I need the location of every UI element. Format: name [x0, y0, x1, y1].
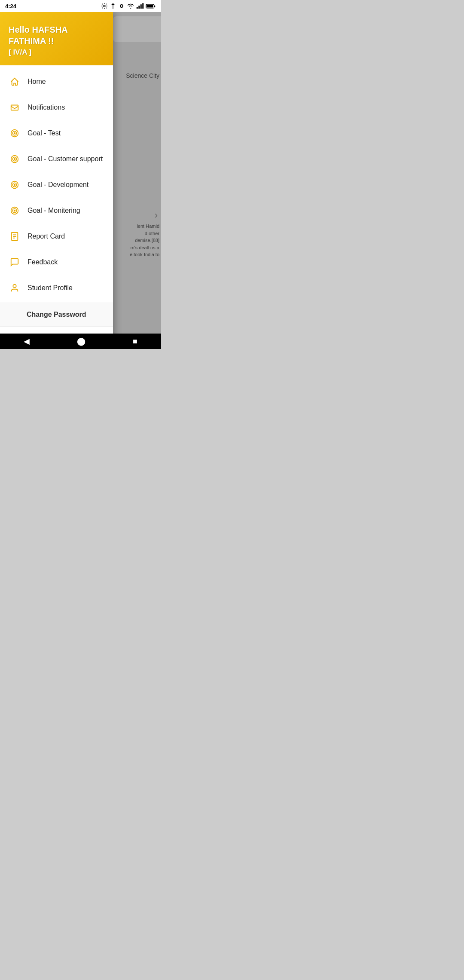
- menu-item-goal-customer-support[interactable]: Goal - Customer support: [0, 146, 113, 172]
- navigation-drawer: Hello HAFSHA FATHIMA !! [ IV/A ] Home: [0, 12, 113, 349]
- home-icon: [9, 76, 21, 88]
- svg-point-0: [104, 5, 105, 7]
- svg-rect-9: [154, 5, 156, 6]
- goal-customer-support-icon: [9, 153, 21, 165]
- svg-point-28: [13, 285, 16, 288]
- status-time: 4:24: [5, 3, 16, 9]
- svg-point-3: [121, 5, 122, 7]
- menu-label-notifications: Notifications: [27, 104, 65, 111]
- menu-item-feedback[interactable]: Feedback: [0, 249, 113, 275]
- change-password-button[interactable]: Change Password: [0, 303, 113, 327]
- antenna-icon: [110, 3, 116, 9]
- back-button[interactable]: ◀: [17, 335, 37, 348]
- settings-icon: [101, 3, 108, 9]
- menu-item-goal-monitering[interactable]: Goal - Monitering: [0, 198, 113, 224]
- signal-icon: [136, 3, 144, 9]
- report-card-icon: [9, 230, 21, 242]
- svg-point-23: [14, 210, 15, 211]
- home-button[interactable]: ⬤: [70, 335, 92, 348]
- battery-icon: [146, 3, 156, 9]
- menu-label-home: Home: [27, 78, 46, 86]
- screen: 4:24 Science City: [0, 0, 161, 349]
- menu-label-feedback: Feedback: [27, 258, 58, 266]
- menu-item-home[interactable]: Home: [0, 69, 113, 95]
- menu-label-goal-test: Goal - Test: [27, 129, 61, 137]
- svg-point-14: [14, 133, 15, 134]
- menu-item-goal-test[interactable]: Goal - Test: [0, 120, 113, 146]
- menu-item-student-profile[interactable]: Student Profile: [0, 275, 113, 301]
- record-icon: [118, 3, 125, 9]
- menu-item-report-card[interactable]: Report Card: [0, 224, 113, 249]
- menu-label-goal-customer-support: Goal - Customer support: [27, 155, 103, 163]
- bottom-nav: ◀ ⬤ ■: [0, 334, 161, 349]
- svg-point-17: [14, 159, 15, 160]
- notifications-icon: [9, 101, 21, 113]
- wifi-icon: [127, 3, 134, 9]
- status-bar: 4:24: [0, 0, 161, 12]
- drawer-menu: Home Notifications: [0, 65, 113, 303]
- svg-rect-11: [11, 105, 18, 110]
- svg-rect-6: [140, 4, 142, 9]
- svg-rect-1: [113, 5, 113, 9]
- menu-item-goal-development[interactable]: Goal - Development: [0, 172, 113, 198]
- svg-rect-5: [138, 6, 140, 9]
- drawer-greeting: Hello HAFSHA FATHIMA !!: [9, 24, 104, 46]
- goal-test-icon: [9, 127, 21, 139]
- menu-label-report-card: Report Card: [27, 233, 65, 240]
- recent-apps-button[interactable]: ■: [126, 335, 144, 348]
- svg-point-20: [14, 184, 15, 186]
- svg-rect-4: [137, 7, 138, 9]
- drawer-header: Hello HAFSHA FATHIMA !! [ IV/A ]: [0, 12, 113, 65]
- drawer-class-label: [ IV/A ]: [9, 48, 104, 57]
- status-icons: [101, 3, 156, 9]
- goal-development-icon: [9, 179, 21, 191]
- student-profile-icon: [9, 282, 21, 294]
- feedback-icon: [9, 256, 21, 268]
- menu-label-student-profile: Student Profile: [27, 284, 73, 292]
- svg-rect-10: [147, 5, 153, 7]
- goal-monitering-icon: [9, 205, 21, 217]
- menu-item-notifications[interactable]: Notifications: [0, 95, 113, 120]
- menu-label-goal-development: Goal - Development: [27, 181, 89, 189]
- svg-rect-7: [142, 3, 143, 9]
- menu-label-goal-monitering: Goal - Monitering: [27, 207, 80, 214]
